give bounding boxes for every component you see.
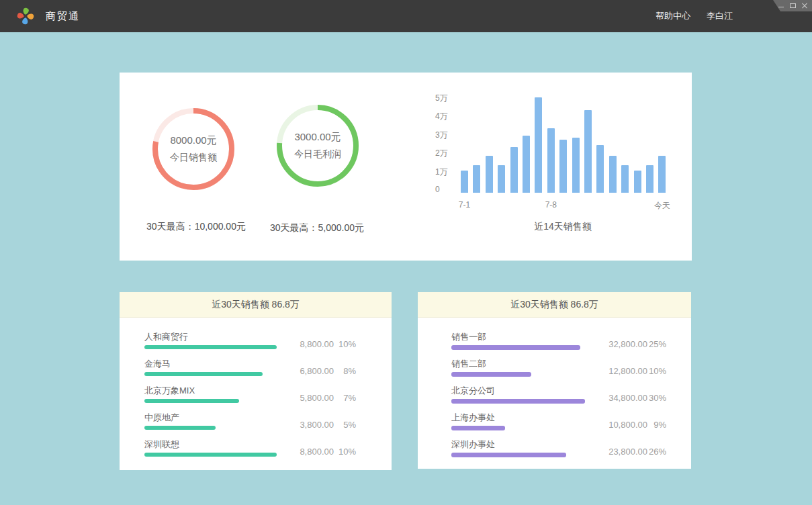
- y-axis-tick: 0: [435, 185, 476, 194]
- rank-item-name: 金海马: [144, 358, 171, 370]
- rank-row: 上海办事处10,800.009%: [418, 406, 691, 433]
- rank-row: 深圳办事处23,800.0026%: [418, 433, 691, 460]
- rank-item-bar: [451, 453, 566, 457]
- rank-item-name: 深圳办事处: [451, 439, 495, 451]
- rank-item-values: 3,800.005%: [277, 420, 356, 430]
- rank-list: 人和商贸行8,800.0010%金海马6,800.008%北京万象MIX5,80…: [120, 326, 392, 460]
- app-header: 商贸通 帮助中心 李白江: [0, 0, 812, 32]
- rank-item-name: 北京分公司: [451, 385, 495, 397]
- rank-item-name: 销售一部: [451, 331, 486, 343]
- rank-item-amount: 10,800.00: [590, 420, 647, 430]
- chart-bar: [523, 136, 530, 193]
- rank-item-bar: [144, 399, 239, 403]
- rank-row: 北京分公司34,800.0030%: [418, 379, 691, 406]
- rank-item-values: 6,800.008%: [277, 366, 356, 376]
- chart-bar: [621, 165, 629, 193]
- maximize-icon[interactable]: [790, 3, 796, 8]
- rank-item-percent: 9%: [647, 420, 666, 430]
- rank-item-bar: [451, 345, 580, 350]
- rank-item-percent: 30%: [647, 393, 666, 403]
- rank-item-bar: [144, 426, 216, 430]
- chart-bar: [535, 97, 542, 193]
- rank-item-values: 12,800.0010%: [590, 366, 666, 376]
- chart-bar: [646, 165, 653, 193]
- rank-item-percent: 25%: [647, 339, 666, 349]
- rank-item-name: 上海办事处: [451, 412, 495, 424]
- rank-item-percent: 10%: [334, 339, 356, 349]
- rank-item-name: 销售二部: [451, 358, 486, 370]
- rank-item-values: 34,800.0030%: [590, 393, 666, 403]
- chart-bar: [498, 165, 505, 193]
- customer-rank-card: 近30天销售额 86.8万 人和商贸行8,800.0010%金海马6,800.0…: [120, 292, 392, 470]
- rank-item-amount: 23,800.00: [590, 447, 647, 457]
- rank-row: 金海马6,800.008%: [120, 353, 392, 379]
- chart-bar: [596, 145, 604, 193]
- rank-item-percent: 26%: [647, 447, 666, 457]
- chart-bar: [486, 156, 493, 193]
- top-navigation: 帮助中心 李白江: [656, 0, 733, 32]
- pinwheel-logo-icon: [16, 7, 35, 26]
- rank-item-amount: 8,800.00: [277, 339, 334, 349]
- y-axis-tick: 4万: [435, 111, 476, 122]
- minimize-icon[interactable]: [778, 7, 784, 7]
- rank-item-percent: 10%: [647, 366, 666, 376]
- rank-item-name: 人和商贸行: [144, 331, 188, 343]
- rank-item-percent: 8%: [334, 366, 356, 376]
- app-title: 商贸通: [46, 0, 80, 32]
- rank-list: 销售一部32,800.0025%销售二部12,800.0010%北京分公司34,…: [418, 326, 691, 460]
- rank-item-amount: 3,800.00: [277, 420, 334, 430]
- rank-item-values: 23,800.0026%: [590, 447, 666, 457]
- rank-item-amount: 12,800.00: [590, 366, 647, 376]
- help-center-link[interactable]: 帮助中心: [656, 10, 690, 22]
- chart-bar: [572, 138, 580, 193]
- window-controls: [773, 0, 812, 11]
- rank-item-percent: 7%: [334, 393, 356, 403]
- chart-bar: [547, 128, 555, 193]
- rank-item-bar: [451, 372, 531, 377]
- rank-item-bar: [144, 453, 277, 457]
- rank-item-amount: 6,800.00: [277, 366, 334, 376]
- close-icon[interactable]: [802, 3, 807, 9]
- rank-item-bar: [451, 399, 585, 404]
- rank-card-title: 近30天销售额 86.8万: [418, 292, 691, 318]
- rank-row: 深圳联想8,800.0010%: [120, 433, 392, 460]
- rank-row: 销售一部32,800.0025%: [418, 326, 691, 353]
- rank-item-values: 10,800.009%: [590, 420, 666, 430]
- rank-item-values: 8,800.0010%: [277, 339, 356, 349]
- rank-item-name: 北京万象MIX: [144, 385, 195, 397]
- chart-bar: [658, 156, 666, 193]
- x-axis-tick: 7-1: [448, 200, 482, 210]
- sales-bar-chart: 近14天销售额 01万2万3万4万5万7-17-8今天: [120, 73, 692, 261]
- rank-row: 北京万象MIX5,800.007%: [120, 379, 392, 406]
- rank-item-amount: 34,800.00: [590, 393, 647, 403]
- chart-bar: [461, 171, 468, 193]
- rank-item-name: 中原地产: [144, 412, 179, 424]
- rank-item-values: 32,800.0025%: [590, 339, 666, 349]
- rank-item-percent: 5%: [334, 420, 356, 430]
- rank-item-bar: [144, 372, 263, 376]
- chart-bar: [634, 171, 641, 193]
- rank-item-values: 8,800.0010%: [277, 447, 356, 457]
- rank-item-amount: 8,800.00: [277, 447, 334, 457]
- rank-item-amount: 32,800.00: [590, 339, 647, 349]
- rank-item-bar: [451, 426, 505, 430]
- username-link[interactable]: 李白江: [707, 10, 733, 22]
- chart-bar: [609, 156, 617, 193]
- y-axis-tick: 3万: [435, 130, 476, 141]
- rank-item-bar: [144, 345, 277, 349]
- rank-card-title: 近30天销售额 86.8万: [120, 292, 392, 318]
- x-axis-tick: 7-8: [534, 200, 568, 210]
- dept-rank-card: 近30天销售额 86.8万 销售一部32,800.0025%销售二部12,800…: [418, 292, 691, 469]
- chart-bar: [584, 110, 592, 193]
- chart-bar: [510, 147, 518, 193]
- rank-row: 人和商贸行8,800.0010%: [120, 326, 392, 353]
- x-axis-tick: 今天: [645, 200, 679, 212]
- rank-item-values: 5,800.007%: [277, 393, 356, 403]
- chart-title: 近14天销售额: [461, 221, 665, 233]
- rank-item-amount: 5,800.00: [277, 393, 334, 403]
- rank-item-percent: 10%: [334, 447, 356, 457]
- y-axis-tick: 1万: [435, 167, 476, 178]
- rank-item-name: 深圳联想: [144, 439, 179, 451]
- rank-row: 中原地产3,800.005%: [120, 406, 392, 433]
- today-stats-card: 8000.00元 今日销售额 30天最高：10,000.00元 3000.00元…: [120, 73, 692, 261]
